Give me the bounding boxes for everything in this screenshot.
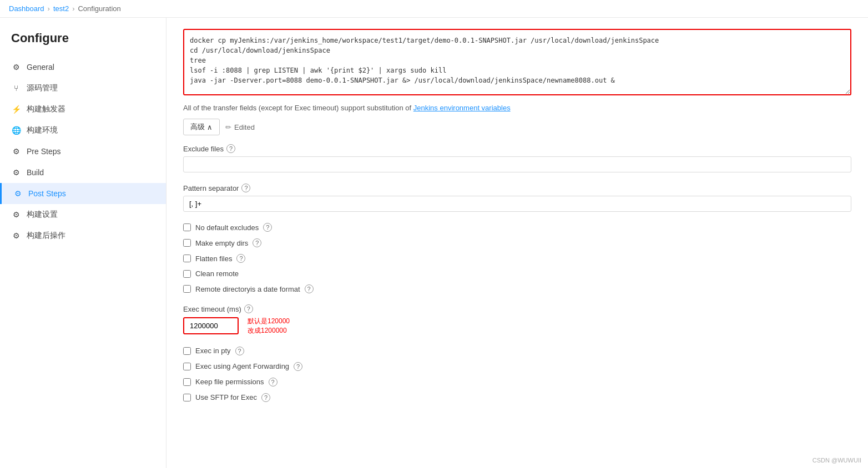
- exec-timeout-help-icon[interactable]: ?: [244, 304, 253, 313]
- remote-dir-date-label: Remote directoryis a date format: [195, 285, 300, 293]
- exec-in-pty-checkbox[interactable]: [183, 347, 191, 355]
- exec-agent-forwarding-checkbox[interactable]: [183, 363, 191, 370]
- remote-dir-date-row: Remote directoryis a date format ?: [183, 284, 851, 293]
- pattern-separator-section: Pattern separator ?: [183, 184, 851, 212]
- sidebar-item-label: 构建环境: [27, 125, 58, 135]
- use-sftp-row: Use SFTP for Exec ?: [183, 393, 851, 402]
- buildsettings-icon: ⚙: [11, 210, 21, 220]
- main-content: All of the transfer fields (except for E…: [166, 18, 868, 468]
- chevron-up-icon: ∧: [207, 123, 213, 131]
- breadcrumb-dashboard[interactable]: Dashboard: [9, 4, 44, 13]
- keep-file-permissions-help-icon[interactable]: ?: [269, 378, 277, 386]
- command-textarea[interactable]: [183, 29, 851, 95]
- clean-remote-row: Clean remote: [183, 269, 851, 278]
- keep-file-permissions-checkbox[interactable]: [183, 378, 191, 386]
- use-sftp-label: Use SFTP for Exec: [195, 393, 257, 401]
- make-empty-dirs-label: Make empty dirs: [195, 239, 248, 247]
- no-default-excludes-label: No default excludes: [195, 223, 259, 232]
- content-wrap: Configure ⚙ General ⑂ 源码管理 ⚡ 构建触发器 🌐 构建环…: [0, 18, 868, 468]
- exec-timeout-label: Exec timeout (ms) ?: [183, 304, 851, 313]
- exec-in-pty-row: Exec in pty ?: [183, 347, 851, 355]
- exec-timeout-row: 默认是120000 改成1200000: [183, 317, 851, 335]
- sidebar-item-general[interactable]: ⚙ General: [0, 57, 166, 78]
- timeout-note: 默认是120000 改成1200000: [248, 317, 290, 335]
- use-sftp-help-icon[interactable]: ?: [261, 393, 270, 402]
- edited-label: ✏ Edited: [225, 123, 255, 131]
- sidebar-item-label: 源码管理: [27, 83, 58, 93]
- exec-timeout-section: Exec timeout (ms) ? 默认是120000 改成1200000: [183, 304, 851, 335]
- exclude-files-label: Exclude files ?: [183, 144, 851, 153]
- clean-remote-label: Clean remote: [195, 269, 239, 278]
- breadcrumb-test2[interactable]: test2: [53, 4, 69, 13]
- trigger-icon: ⚡: [11, 104, 21, 114]
- globe-icon: 🌐: [11, 125, 21, 135]
- no-default-excludes-help-icon[interactable]: ?: [263, 223, 272, 232]
- pattern-separator-help-icon[interactable]: ?: [241, 184, 250, 192]
- flatten-files-checkbox[interactable]: [183, 255, 191, 262]
- sidebar-item-triggers[interactable]: ⚡ 构建触发器: [0, 99, 166, 120]
- flatten-files-row: Flatten files ?: [183, 254, 851, 263]
- sidebar-item-label: Post Steps: [28, 189, 66, 198]
- exec-in-pty-help-icon[interactable]: ?: [235, 347, 244, 355]
- pattern-separator-input[interactable]: [183, 196, 851, 212]
- sidebar-item-env[interactable]: 🌐 构建环境: [0, 120, 166, 141]
- breadcrumb: Dashboard › test2 › Configuration: [0, 0, 868, 18]
- sidebar-title: Configure: [0, 27, 166, 57]
- remote-dir-date-checkbox[interactable]: [183, 285, 191, 293]
- pencil-icon: ✏: [225, 123, 231, 131]
- build-icon: ⚙: [11, 167, 21, 177]
- sidebar-item-source[interactable]: ⑂ 源码管理: [0, 78, 166, 99]
- advanced-button[interactable]: 高级 ∧: [183, 119, 220, 135]
- exclude-files-input[interactable]: [183, 156, 851, 172]
- sidebar-item-buildsettings[interactable]: ⚙ 构建设置: [0, 204, 166, 225]
- sidebar-item-build[interactable]: ⚙ Build: [0, 162, 166, 183]
- sidebar-item-label: General: [27, 63, 54, 72]
- sidebar-item-label: 构建后操作: [27, 231, 65, 241]
- sidebar-item-postbuild[interactable]: ⚙ 构建后操作: [0, 225, 166, 246]
- exec-agent-forwarding-label: Exec using Agent Forwarding: [195, 362, 289, 370]
- make-empty-dirs-row: Make empty dirs ?: [183, 238, 851, 247]
- info-text: All of the transfer fields (except for E…: [183, 104, 851, 112]
- use-sftp-checkbox[interactable]: [183, 394, 191, 401]
- pattern-separator-label: Pattern separator ?: [183, 184, 851, 192]
- checkboxes-section: No default excludes ? Make empty dirs ? …: [183, 223, 851, 293]
- make-empty-dirs-checkbox[interactable]: [183, 239, 191, 247]
- sidebar-item-label: 构建设置: [27, 210, 58, 220]
- no-default-excludes-row: No default excludes ?: [183, 223, 851, 232]
- keep-file-permissions-label: Keep file permissions: [195, 378, 264, 386]
- exec-checkboxes-section: Exec in pty ? Exec using Agent Forwardin…: [183, 347, 851, 402]
- gear-icon: ⚙: [11, 146, 21, 156]
- breadcrumb-current: Configuration: [78, 4, 120, 13]
- poststeps-icon: ⚙: [13, 189, 23, 199]
- app-layout: Dashboard › test2 › Configuration Config…: [0, 0, 868, 468]
- keep-file-permissions-row: Keep file permissions ?: [183, 378, 851, 386]
- exec-agent-forwarding-help-icon[interactable]: ?: [294, 362, 302, 371]
- no-default-excludes-checkbox[interactable]: [183, 223, 191, 231]
- sidebar-item-label: Pre Steps: [27, 147, 60, 156]
- clean-remote-checkbox[interactable]: [183, 270, 191, 278]
- sidebar-item-presteps[interactable]: ⚙ Pre Steps: [0, 141, 166, 162]
- exec-agent-forwarding-row: Exec using Agent Forwarding ?: [183, 362, 851, 371]
- remote-dir-date-help-icon[interactable]: ?: [305, 284, 314, 293]
- sidebar-item-poststeps[interactable]: ⚙ Post Steps: [0, 183, 166, 204]
- sidebar-item-label: 构建触发器: [27, 104, 65, 114]
- settings-icon: ⚙: [11, 62, 21, 72]
- branch-icon: ⑂: [11, 83, 21, 93]
- postbuild-icon: ⚙: [11, 231, 21, 241]
- flatten-files-help-icon[interactable]: ?: [236, 254, 245, 263]
- exclude-files-help-icon[interactable]: ?: [226, 144, 235, 153]
- sidebar: Configure ⚙ General ⑂ 源码管理 ⚡ 构建触发器 🌐 构建环…: [0, 18, 166, 468]
- bottom-note: CSDN @WUWUII: [813, 457, 861, 464]
- exclude-files-section: Exclude files ?: [183, 144, 851, 172]
- jenkins-env-vars-link[interactable]: Jenkins environment variables: [413, 104, 511, 112]
- exec-in-pty-label: Exec in pty: [195, 347, 231, 355]
- flatten-files-label: Flatten files: [195, 255, 232, 263]
- sidebar-item-label: Build: [27, 168, 44, 177]
- advanced-row: 高级 ∧ ✏ Edited: [183, 119, 851, 135]
- make-empty-dirs-help-icon[interactable]: ?: [253, 238, 261, 247]
- exec-timeout-input[interactable]: [183, 317, 239, 334]
